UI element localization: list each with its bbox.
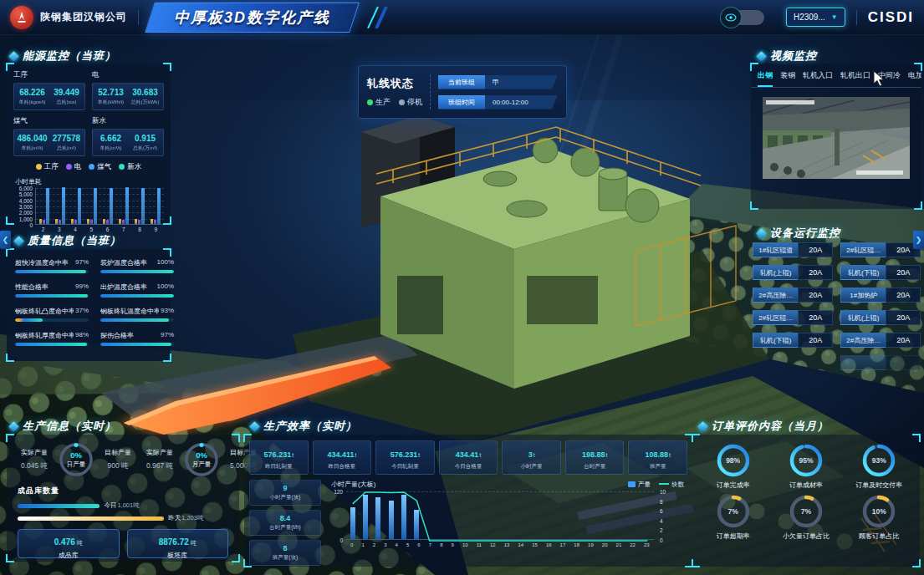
stat-card: 576.231t今日轧制量 <box>375 440 435 475</box>
orders-panel-title: 订单评价内容（当月） <box>699 419 829 434</box>
chevron-down-icon: ▼ <box>831 13 838 21</box>
video-panel: 出钢 装钢 轧机入口 轧机出口 中间冷 电加热 <box>751 64 921 209</box>
device-row-partial <box>840 355 921 370</box>
daily-production-group: 实际产量0.045 吨 0%日产量 目标产量900 吨 <box>13 441 139 478</box>
status-dot-stopped <box>399 99 405 105</box>
daily-ring-gauge: 0%日产量 <box>58 441 94 478</box>
finished-store-card: 0.476吨 成品库 <box>18 529 120 558</box>
energy-quadrant-gas: 煤气 486.040单耗(m³/t) 277578总耗(m³) <box>13 116 85 156</box>
tab-mill-exit[interactable]: 轧机出口 <box>840 70 870 87</box>
warehouse-bar-today: 今日1,001吨 <box>18 501 228 510</box>
stat-card: 108.88t班产量 <box>628 440 687 475</box>
gauge-on-time-delivery: 93% 订单及时交付率 <box>844 441 915 490</box>
eye-icon <box>720 7 742 28</box>
diamond-icon <box>8 421 19 432</box>
flame-glyph <box>14 10 29 25</box>
diamond-icon <box>697 421 708 432</box>
device-row: 轧机(上辊)20A <box>840 310 921 325</box>
devices-panel-title: 设备运行监控 <box>758 226 840 241</box>
legend-dot-water <box>119 164 125 170</box>
header-divider <box>138 10 139 25</box>
energy-chart-title: 小时单耗 <box>15 177 171 186</box>
side-stat: 8.4台时产量(t/h) <box>249 510 321 536</box>
quality-item: 钢板终轧厚度命中率98% <box>15 331 89 346</box>
quality-item: 装炉温度合格率100% <box>100 258 174 273</box>
energy-hourly-bar-chart: 01,0002,0003,0004,0005,0006,00023456789 <box>13 188 164 232</box>
cisdi-logo: CISDI <box>868 9 914 26</box>
device-row: 2#轧区辊…20A <box>753 310 833 325</box>
quality-item: 性能合格率99% <box>15 282 89 298</box>
collapse-right-icon[interactable]: ❯ <box>913 231 924 249</box>
cctv-feed[interactable] <box>763 97 910 179</box>
efficiency-panel: 576.231t昨日轧制量 434.411t昨日合格量 576.231t今日轧制… <box>244 435 692 567</box>
energy-quadrant-electric: 电 52.713单耗(kWh/t) 30.683总耗(万kWh) <box>92 70 164 110</box>
warehouse-bar-yesterday: 昨天1,203吨 <box>18 514 228 522</box>
shift-time-pill: 班组时间 00:00-12:00 <box>438 95 558 109</box>
quality-item: 超快冷温度命中率97% <box>15 258 89 273</box>
stat-card: 3t小时产量 <box>502 440 561 475</box>
quality-panel: 超快冷温度命中率97% 装炉温度合格率100% 性能合格率99% 出炉温度合格率… <box>7 249 171 361</box>
gauge-order-yield: 95% 订单成材率 <box>770 441 841 490</box>
company-logo <box>10 6 33 29</box>
production-panel-title: 生产信息（实时） <box>10 419 116 434</box>
diamond-icon <box>756 228 767 239</box>
orders-panel: 98% 订单完成率 95% 订单成材率 93% 订单及时交付率 7% 订单超期率… <box>692 435 920 567</box>
tab-heating[interactable]: 电加热 <box>908 70 921 87</box>
shift-dropdown[interactable]: H2309... ▼ <box>786 8 845 27</box>
video-tabs: 出钢 装钢 轧机入口 轧机出口 中间冷 电加热 <box>751 64 921 88</box>
legend-dot-process <box>36 164 42 170</box>
legend-bar-icon <box>628 481 636 487</box>
diamond-icon <box>249 421 260 432</box>
device-row: 1#轧区辊道20A <box>753 242 833 257</box>
energy-panel-title: 能源监控（当班） <box>10 48 116 64</box>
device-row: 轧机(下辊)20A <box>840 265 921 280</box>
monthly-ring-gauge: 0%月产量 <box>183 441 220 478</box>
quality-item: 钢板终轧温度命中率93% <box>100 307 174 322</box>
device-row: 轧机(上辊)20A <box>753 265 833 280</box>
page-title: 中厚板3D数字化产线 <box>145 3 360 33</box>
tab-mill-entry[interactable]: 轧机入口 <box>803 70 833 87</box>
gauge-order-completion: 98% 订单完成率 <box>697 441 768 490</box>
stat-card: 576.231t昨日轧制量 <box>249 440 309 475</box>
hourly-chart-legend: 产量 块数 <box>628 481 684 489</box>
tab-tapping[interactable]: 出钢 <box>758 70 773 87</box>
video-panel-title: 视频监控 <box>758 48 817 64</box>
quality-item: 出炉温度合格率100% <box>100 282 174 298</box>
stat-card: 434.411t昨日合格量 <box>313 440 372 475</box>
device-row: 2#轧区辊…20A <box>840 242 921 257</box>
gauge-customer-order-ratio: 10% 顾客订单占比 <box>844 492 915 541</box>
mill-status-panel: 轧线状态 生产 停机 当前班组 甲 班组时间 00:00-12:00 <box>358 65 567 119</box>
legend-line-icon <box>659 483 669 485</box>
stat-card: 434.41t今日合格量 <box>439 440 498 475</box>
production-panel: 实际产量0.045 吨 0%日产量 目标产量900 吨 实际产量0.967 吨 … <box>7 435 239 562</box>
warehouse-title: 成品库数量 <box>18 486 239 496</box>
app-header: 陕钢集团汉钢公司 中厚板3D数字化产线 H2309... ▼ CISDI <box>0 0 924 35</box>
dashboard: 陕钢集团汉钢公司 中厚板3D数字化产线 H2309... ▼ CISDI <box>0 0 924 575</box>
tab-charging[interactable]: 装钢 <box>780 70 795 87</box>
legend-dot-electric <box>66 164 72 170</box>
quality-panel-title: 质量信息（当班） <box>15 233 121 248</box>
shift-team-pill: 当前班组 甲 <box>438 75 558 89</box>
diamond-icon <box>13 236 24 247</box>
gauge-overdue-rate: 7% 订单超期率 <box>697 492 768 541</box>
stat-card: 198.88t台时产量 <box>565 440 625 475</box>
mouse-cursor <box>873 70 885 87</box>
header-slash-decoration <box>363 7 395 28</box>
status-dot-running <box>367 99 373 105</box>
device-row: 1#加热炉20A <box>840 288 921 303</box>
devices-list: 1#轧区辊道20A 2#轧区辊…20A 轧机(上辊)20A 轧机(下辊)20A … <box>753 242 921 370</box>
divider <box>430 74 431 109</box>
header-divider <box>856 10 857 25</box>
energy-quadrant-process: 工序 68.226单耗(kgce/t) 39.449总耗(tce) <box>13 70 85 110</box>
collapse-left-icon[interactable]: ❮ <box>0 231 11 249</box>
hourly-chart-title: 小时产量(大板) <box>331 480 375 489</box>
efficiency-panel-title: 生产效率（实时） <box>251 419 357 434</box>
energy-panel: 工序 68.226单耗(kgce/t) 39.449总耗(tce) 电 52.7… <box>7 64 171 224</box>
diamond-icon <box>756 51 767 62</box>
device-row: 2#高压除…20A <box>840 333 921 348</box>
visibility-toggle[interactable] <box>722 10 764 25</box>
energy-quadrant-water: 新水 6.662单耗(m³/t) 0.915总耗(万m³) <box>92 116 164 156</box>
device-row: 2#高压除…20A <box>753 288 833 303</box>
shift-dropdown-value: H2309... <box>794 13 825 22</box>
device-row: 轧机(下辊)20A <box>753 333 833 348</box>
